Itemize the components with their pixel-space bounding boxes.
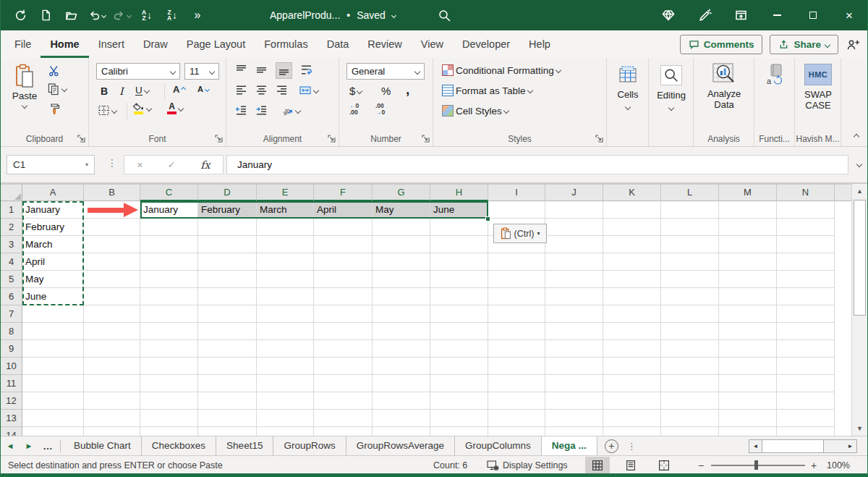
cell-J12[interactable] [545,392,603,410]
cell-G1[interactable]: May [373,201,430,219]
row-header-13[interactable]: 13 [1,410,22,427]
sheet-tab-sheet15[interactable]: Sheet15 [216,436,273,455]
comma-style-button[interactable]: , [406,82,409,98]
column-header-f[interactable]: F [314,185,373,201]
cell-E7[interactable] [257,305,314,323]
cell-H1[interactable]: June [430,201,488,219]
cell-A1[interactable]: January [22,201,84,219]
merge-center-button[interactable] [299,84,318,96]
cell-L5[interactable] [661,271,719,288]
cell-K1[interactable] [603,201,661,219]
sheet-tab-grouprowsaverage[interactable]: GroupRowsAverage [346,436,455,455]
next-sheet-icon[interactable]: ► [20,442,38,450]
cell-C14[interactable] [140,427,198,436]
cell-K11[interactable] [603,375,661,392]
cell-B4[interactable] [84,253,140,271]
cell-A10[interactable] [22,358,84,375]
tab-help[interactable]: Help [519,30,560,58]
cell-N14[interactable] [777,427,835,436]
scroll-right-icon[interactable]: ► [844,440,856,452]
workbook-title[interactable]: ApparelProdu... • Saved [270,0,396,30]
cell-K9[interactable] [603,340,661,358]
cell-K8[interactable] [603,323,661,340]
cell-F8[interactable] [314,323,373,340]
row-header-2[interactable]: 2 [1,219,22,236]
vertical-scroll-thumb[interactable] [854,200,866,316]
cell-D5[interactable] [198,271,257,288]
cell-N13[interactable] [777,410,835,427]
cell-E13[interactable] [257,410,314,427]
cell-L6[interactable] [661,288,719,305]
swap-case-button[interactable]: HMC SWAP CASE [804,64,833,111]
middle-align-button[interactable] [255,64,268,76]
cell-J8[interactable] [545,323,603,340]
align-right-button[interactable] [276,84,288,96]
cell-A3[interactable]: March [22,236,84,253]
cell-K2[interactable] [603,219,661,236]
cell-D3[interactable] [198,236,257,253]
cell-K7[interactable] [603,305,661,323]
top-align-button[interactable] [235,64,247,76]
cell-D14[interactable] [198,427,257,436]
column-header-b[interactable]: B [84,185,140,201]
new-file-icon[interactable] [36,4,55,26]
copy-button[interactable] [47,83,67,96]
cell-B5[interactable] [84,271,140,288]
cell-E10[interactable] [257,358,314,375]
cell-M13[interactable] [719,410,777,427]
cell-B10[interactable] [84,358,140,375]
fill-color-button[interactable] [132,103,151,114]
tab-home[interactable]: Home [41,30,88,58]
zoom-slider-track[interactable] [711,465,805,466]
row-header-1[interactable]: 1 [1,201,22,219]
cell-N12[interactable] [777,392,835,410]
cell-G6[interactable] [373,288,430,305]
cell-E5[interactable] [257,271,314,288]
cell-F7[interactable] [314,305,373,323]
format-as-table-button[interactable]: Format as Table [442,85,532,96]
cell-H2[interactable] [430,219,488,236]
zoom-in-icon[interactable]: + [811,456,817,474]
share-button[interactable]: Share [770,35,838,54]
cell-J6[interactable] [545,288,603,305]
font-size-select[interactable]: 11 [184,63,219,80]
column-header-k[interactable]: K [603,185,661,201]
horizontal-scroll-thumb[interactable] [762,440,824,452]
cell-E2[interactable] [257,219,314,236]
column-header-c[interactable]: C [140,185,198,201]
fill-handle[interactable] [485,216,490,221]
tab-developer[interactable]: Developer [453,30,519,58]
cell-K5[interactable] [603,271,661,288]
zoom-out-icon[interactable]: − [698,456,704,474]
cell-J14[interactable] [545,427,603,436]
cell-G5[interactable] [373,271,430,288]
cell-D9[interactable] [198,340,257,358]
cell-A2[interactable]: February [22,219,84,236]
enter-icon[interactable]: ✓ [168,159,176,170]
format-painter-button[interactable] [48,103,61,115]
tab-formulas[interactable]: Formulas [255,30,317,58]
cell-E14[interactable] [257,427,314,436]
cell-D13[interactable] [198,410,257,427]
cell-G2[interactable] [373,219,430,236]
cell-G8[interactable] [373,323,430,340]
cell-D10[interactable] [198,358,257,375]
cell-C1[interactable]: January [140,201,198,219]
person-add-icon[interactable] [846,38,860,51]
cell-E1[interactable]: March [257,201,314,219]
cell-E12[interactable] [257,392,314,410]
sheet-tab-bubble-chart[interactable]: Bubble Chart [64,436,142,455]
row-header-8[interactable]: 8 [1,323,22,340]
autosave-icon[interactable] [11,4,30,26]
row-header-11[interactable]: 11 [1,375,22,392]
more-commands-icon[interactable]: » [188,4,207,26]
saved-chevron-icon[interactable] [391,12,396,17]
cell-C11[interactable] [140,375,198,392]
cell-N7[interactable] [777,305,835,323]
collapse-ribbon-icon[interactable] [854,134,859,140]
cell-M12[interactable] [719,392,777,410]
cell-H3[interactable] [430,236,488,253]
cell-J1[interactable] [545,201,603,219]
number-format-select[interactable]: General [346,63,425,80]
font-dialog-launcher-icon[interactable] [214,134,223,143]
